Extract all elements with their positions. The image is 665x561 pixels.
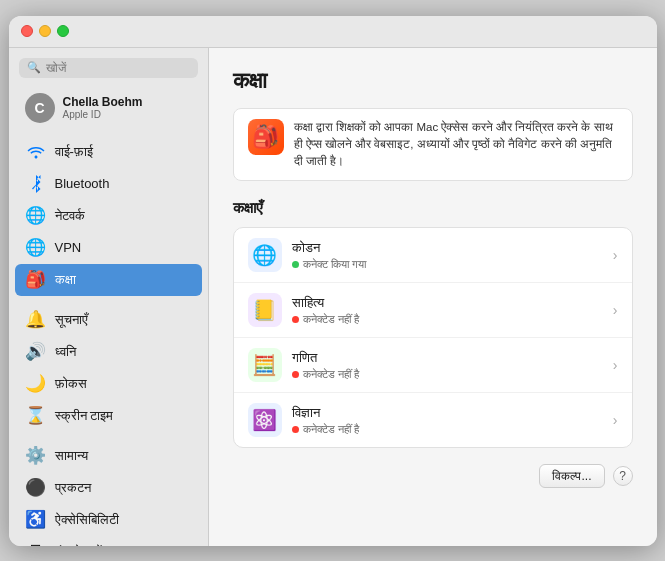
sidebar-item-network[interactable]: 🌐 नेटवर्क (15, 200, 202, 232)
main-content: कक्षा 🎒 कक्षा द्वारा शिक्षकों को आपका Ma… (209, 48, 657, 546)
user-subtitle: Apple ID (63, 109, 143, 120)
sidebar-item-classroom[interactable]: 🎒 कक्षा (15, 264, 202, 296)
classroom-row-coding[interactable]: 🌐 कोडन कनेक्ट किया गया › (234, 228, 632, 283)
content-area: 🔍 C Chella Boehm Apple ID (9, 48, 657, 546)
user-name: Chella Boehm (63, 95, 143, 109)
literature-icon: 📒 (248, 293, 282, 327)
sidebar-item-screentime[interactable]: ⌛ स्क्रीन टाइम (15, 400, 202, 432)
sidebar-item-accessibility[interactable]: ♿ ऐक्सेसिबिलिटी (15, 504, 202, 536)
math-icon: 🧮 (248, 348, 282, 382)
literature-chevron: › (613, 302, 618, 318)
coding-chevron: › (613, 247, 618, 263)
wifi-label: वाई-फ़ाई (55, 144, 93, 160)
control-label: कंट्रोल सेंटर (55, 544, 116, 546)
user-profile[interactable]: C Chella Boehm Apple ID (15, 88, 202, 128)
screentime-label: स्क्रीन टाइम (55, 408, 114, 424)
sidebar-item-general[interactable]: ⚙️ सामान्य (15, 440, 202, 472)
page-title: कक्षा (233, 68, 633, 94)
sidebar-item-vpn[interactable]: 🌐 VPN (15, 232, 202, 264)
titlebar (9, 16, 657, 48)
footer-actions: विकल्प... ? (233, 464, 633, 488)
classrooms-list: 🌐 कोडन कनेक्ट किया गया › 📒 साहित्य (233, 227, 633, 448)
notifications-label: सूचनाएँ (55, 312, 88, 328)
literature-name: साहित्य (292, 295, 607, 311)
literature-status-text: कनेक्टेड नहीं है (303, 313, 359, 326)
focus-label: फ़ोकस (55, 376, 87, 392)
coding-status-dot (292, 261, 299, 268)
coding-status-text: कनेक्ट किया गया (303, 258, 366, 271)
options-button[interactable]: विकल्प... (539, 464, 604, 488)
appearance-icon: ⚫ (25, 477, 47, 499)
math-status-dot (292, 371, 299, 378)
sound-icon: 🔊 (25, 341, 47, 363)
main-window: 🔍 C Chella Boehm Apple ID (9, 16, 657, 546)
sidebar: 🔍 C Chella Boehm Apple ID (9, 48, 209, 546)
science-status-text: कनेक्टेड नहीं है (303, 423, 359, 436)
coding-name: कोडन (292, 240, 607, 256)
literature-status: कनेक्टेड नहीं है (292, 313, 607, 326)
sound-label: ध्वनि (55, 344, 76, 360)
info-description: कक्षा द्वारा शिक्षकों को आपका Mac ऐक्सेस… (294, 119, 618, 171)
sidebar-item-sound[interactable]: 🔊 ध्वनि (15, 336, 202, 368)
classroom-icon: 🎒 (25, 269, 47, 291)
math-chevron: › (613, 357, 618, 373)
literature-info: साहित्य कनेक्टेड नहीं है (292, 295, 607, 326)
section-title: कक्षाएँ (233, 199, 633, 217)
literature-status-dot (292, 316, 299, 323)
control-icon: 🖥 (25, 541, 47, 546)
science-name: विज्ञान (292, 405, 607, 421)
classroom-label: कक्षा (55, 272, 76, 288)
classroom-row-science[interactable]: ⚛️ विज्ञान कनेक्टेड नहीं है › (234, 393, 632, 447)
math-info: गणित कनेक्टेड नहीं है (292, 350, 607, 381)
coding-info: कोडन कनेक्ट किया गया (292, 240, 607, 271)
math-status-text: कनेक्टेड नहीं है (303, 368, 359, 381)
close-button[interactable] (21, 25, 33, 37)
search-input[interactable] (46, 61, 190, 75)
sidebar-item-control[interactable]: 🖥 कंट्रोल सेंटर (15, 536, 202, 546)
sidebar-item-notifications[interactable]: 🔔 सूचनाएँ (15, 304, 202, 336)
help-button[interactable]: ? (613, 466, 633, 486)
science-info: विज्ञान कनेक्टेड नहीं है (292, 405, 607, 436)
general-icon: ⚙️ (25, 445, 47, 467)
minimize-button[interactable] (39, 25, 51, 37)
sidebar-item-wifi[interactable]: वाई-फ़ाई (15, 136, 202, 168)
coding-status: कनेक्ट किया गया (292, 258, 607, 271)
vpn-label: VPN (55, 240, 82, 255)
appearance-label: प्रकटन (55, 480, 91, 496)
math-status: कनेक्टेड नहीं है (292, 368, 607, 381)
network-icon: 🌐 (25, 205, 47, 227)
info-box: 🎒 कक्षा द्वारा शिक्षकों को आपका Mac ऐक्स… (233, 108, 633, 182)
search-icon: 🔍 (27, 61, 41, 74)
coding-icon: 🌐 (248, 238, 282, 272)
accessibility-label: ऐक्सेसिबिलिटी (55, 512, 119, 528)
bluetooth-icon (25, 173, 47, 195)
general-label: सामान्य (55, 448, 88, 464)
wifi-icon (25, 141, 47, 163)
focus-icon: 🌙 (25, 373, 47, 395)
screentime-icon: ⌛ (25, 405, 47, 427)
math-name: गणित (292, 350, 607, 366)
science-status: कनेक्टेड नहीं है (292, 423, 607, 436)
classroom-row-math[interactable]: 🧮 गणित कनेक्टेड नहीं है › (234, 338, 632, 393)
notifications-icon: 🔔 (25, 309, 47, 331)
maximize-button[interactable] (57, 25, 69, 37)
sidebar-item-bluetooth[interactable]: Bluetooth (15, 168, 202, 200)
bluetooth-label: Bluetooth (55, 176, 110, 191)
user-info: Chella Boehm Apple ID (63, 95, 143, 120)
classroom-row-literature[interactable]: 📒 साहित्य कनेक्टेड नहीं है › (234, 283, 632, 338)
sidebar-item-appearance[interactable]: ⚫ प्रकटन (15, 472, 202, 504)
search-bar[interactable]: 🔍 (19, 58, 198, 78)
sidebar-item-focus[interactable]: 🌙 फ़ोकस (15, 368, 202, 400)
vpn-icon: 🌐 (25, 237, 47, 259)
avatar: C (25, 93, 55, 123)
science-status-dot (292, 426, 299, 433)
science-icon: ⚛️ (248, 403, 282, 437)
traffic-lights (21, 25, 69, 37)
classroom-info-icon: 🎒 (248, 119, 284, 155)
science-chevron: › (613, 412, 618, 428)
network-label: नेटवर्क (55, 208, 85, 224)
accessibility-icon: ♿ (25, 509, 47, 531)
